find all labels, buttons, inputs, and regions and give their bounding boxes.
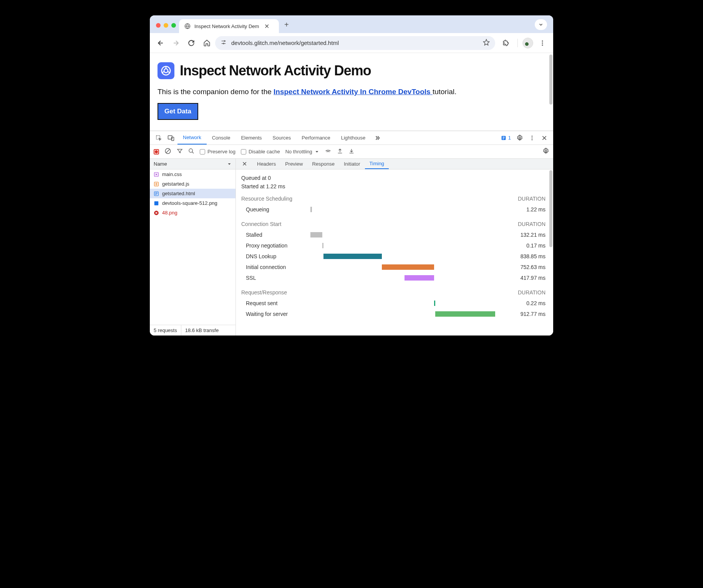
throttling-select[interactable]: No throttling <box>285 149 319 154</box>
desc-suffix: tutorial. <box>433 88 456 96</box>
request-row[interactable]: main.css <box>150 169 235 179</box>
browser-toolbar: devtools.glitch.me/network/getstarted.ht… <box>150 33 553 53</box>
export-har-icon[interactable] <box>337 148 343 155</box>
svg-point-13 <box>532 136 533 137</box>
issues-button[interactable]: 1 <box>501 135 511 141</box>
request-row[interactable]: 48.png <box>150 208 235 218</box>
timing-bar-zone <box>310 243 511 248</box>
filter-icon[interactable] <box>177 148 183 155</box>
timing-duration: 752.63 ms <box>511 264 545 270</box>
devtools-tab-performance[interactable]: Performance <box>296 131 335 145</box>
file-name: getstarted.html <box>162 191 195 196</box>
timing-bar-zone <box>310 207 511 212</box>
request-list-header[interactable]: Name <box>150 159 235 169</box>
timing-label: Request sent <box>241 300 310 306</box>
device-toggle-icon[interactable] <box>165 132 177 144</box>
forward-button[interactable] <box>169 36 183 50</box>
timing-bar <box>382 264 434 270</box>
close-tab-button[interactable]: ✕ <box>263 23 271 30</box>
timing-duration: 417.97 ms <box>511 275 545 281</box>
settings-icon[interactable] <box>514 132 526 144</box>
timing-bar <box>323 254 381 259</box>
svg-point-3 <box>542 40 543 42</box>
request-row[interactable]: devtools-square-512.png <box>150 198 235 208</box>
inspect-element-icon[interactable] <box>153 132 164 144</box>
timing-duration: 1.22 ms <box>511 206 545 213</box>
devtools-menu-icon[interactable] <box>526 132 538 144</box>
desc-prefix: This is the companion demo for the <box>158 88 274 96</box>
get-data-button[interactable]: Get Data <box>158 103 198 120</box>
maximize-window-button[interactable] <box>171 23 176 28</box>
detail-tab-response[interactable]: Response <box>307 159 339 169</box>
timing-bar <box>322 243 323 248</box>
back-button[interactable] <box>154 36 167 50</box>
more-tabs-icon[interactable] <box>371 132 383 144</box>
search-icon[interactable] <box>188 148 194 155</box>
file-name: getstarted.js <box>162 181 189 187</box>
timing-bar-zone <box>310 301 511 306</box>
site-info-icon[interactable] <box>221 39 227 47</box>
devtools-tab-console[interactable]: Console <box>207 131 236 145</box>
requests-count: 5 requests <box>150 325 181 336</box>
record-button[interactable] <box>154 149 159 154</box>
file-type-icon <box>154 191 159 196</box>
timing-label: DNS Lookup <box>241 253 310 259</box>
reload-button[interactable] <box>184 36 198 50</box>
detail-scrollbar[interactable] <box>549 170 552 247</box>
bookmark-icon[interactable] <box>483 39 490 47</box>
detail-tab-timing[interactable]: Timing <box>365 159 389 169</box>
svg-point-5 <box>542 44 543 45</box>
close-detail-icon[interactable]: ✕ <box>238 160 251 168</box>
new-tab-button[interactable]: + <box>279 20 289 33</box>
timing-label: Proxy negotiation <box>241 243 310 249</box>
timing-duration: 0.22 ms <box>511 300 545 306</box>
address-bar[interactable]: devtools.glitch.me/network/getstarted.ht… <box>215 36 495 50</box>
tab-search-button[interactable] <box>535 19 547 30</box>
page-scrollbar[interactable] <box>549 55 552 105</box>
timing-row: Request sent0.22 ms <box>241 298 545 309</box>
network-settings-icon[interactable] <box>542 148 549 156</box>
detail-tab-preview[interactable]: Preview <box>280 159 307 169</box>
separator <box>517 39 518 47</box>
devtools-tab-sources[interactable]: Sources <box>267 131 297 145</box>
close-devtools-icon[interactable] <box>539 132 550 144</box>
svg-rect-8 <box>156 136 160 139</box>
tutorial-link[interactable]: Inspect Network Activity In Chrome DevTo… <box>274 88 433 96</box>
devtools-tab-elements[interactable]: Elements <box>235 131 267 145</box>
extensions-icon[interactable] <box>499 36 513 50</box>
clear-icon[interactable] <box>164 148 171 156</box>
home-button[interactable] <box>200 36 214 50</box>
import-har-icon[interactable] <box>348 148 355 155</box>
svg-point-18 <box>545 150 547 152</box>
svg-rect-22 <box>154 201 159 205</box>
disable-cache-checkbox[interactable]: Disable cache <box>241 149 280 154</box>
timing-bar <box>310 207 312 212</box>
timing-bar-zone <box>310 311 511 317</box>
devtools-tab-network[interactable]: Network <box>177 131 207 145</box>
devtools-tab-lighthouse[interactable]: Lighthouse <box>336 131 371 145</box>
browser-tab[interactable]: Inspect Network Activity Dem ✕ <box>179 19 279 33</box>
request-row[interactable]: getstarted.html <box>150 189 235 198</box>
preserve-log-checkbox[interactable]: Preserve log <box>200 149 235 154</box>
timing-bar <box>435 311 496 317</box>
request-row[interactable]: getstarted.js <box>150 179 235 189</box>
devtools-body: Name main.cssgetstarted.jsgetstarted.htm… <box>150 159 553 336</box>
timing-bar <box>434 301 435 306</box>
timing-bar-zone <box>310 232 511 238</box>
file-type-icon <box>154 201 159 206</box>
page-content: Inspect Network Activity Demo This is th… <box>150 53 553 131</box>
network-conditions-icon[interactable] <box>325 148 332 156</box>
file-name: main.css <box>162 171 182 177</box>
detail-tab-initiator[interactable]: Initiator <box>339 159 365 169</box>
detail-tab-headers[interactable]: Headers <box>252 159 280 169</box>
timing-section-header: Resource SchedulingDURATION <box>241 196 545 202</box>
profile-avatar[interactable] <box>522 38 533 48</box>
svg-point-17 <box>189 149 192 152</box>
menu-icon[interactable] <box>536 36 549 50</box>
minimize-window-button[interactable] <box>164 23 168 28</box>
close-window-button[interactable] <box>156 23 161 28</box>
timing-duration: 838.85 ms <box>511 253 545 259</box>
issues-count: 1 <box>508 135 511 141</box>
timing-bar <box>405 275 434 281</box>
svg-point-7 <box>164 69 168 73</box>
